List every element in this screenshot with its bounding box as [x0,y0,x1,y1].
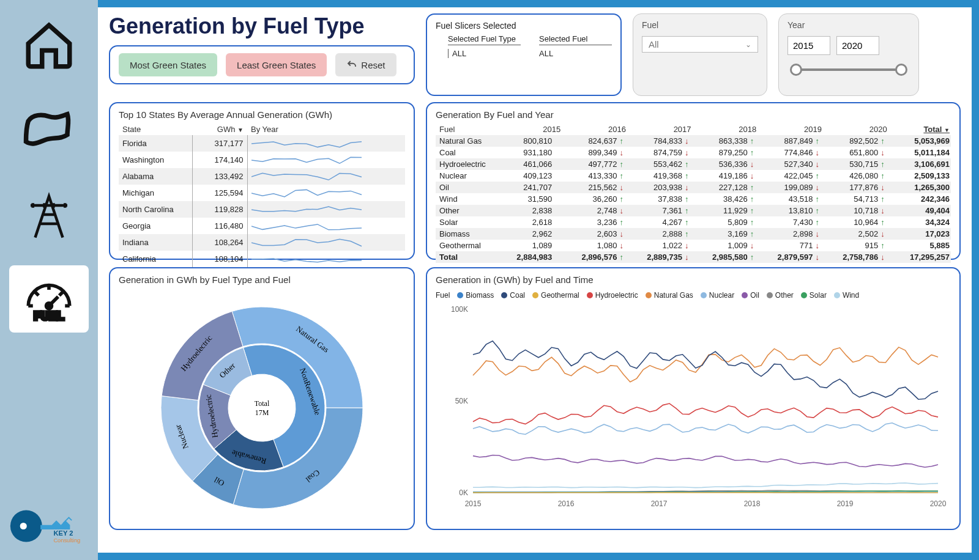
fuel-filter-label: Fuel [642,20,758,30]
legend-item[interactable]: Oil [742,291,759,300]
table-row[interactable]: North Carolina119,828 [119,201,405,218]
button-card: Most Green States Least Green States Res… [109,45,415,84]
legend-item[interactable]: Geothermal [532,291,579,300]
chevron-down-icon: ⌄ [745,40,751,49]
svg-text:2020: 2020 [930,499,947,508]
table-row[interactable]: Wind31,59036,260↑37,838↑38,426↑43,518↑54… [436,193,951,205]
donut-card: Generation in GWh by Fuel Type and Fuel … [109,267,415,530]
logo-key2: KEY 2 Consulting [9,506,89,548]
table-row[interactable]: Hydroelectric461,066497,772↑553,462↑536,… [436,158,951,170]
svg-point-0 [47,303,52,309]
svg-text:2016: 2016 [558,499,575,508]
top10-card: Top 10 States By Average Annual Generati… [109,102,415,260]
slicer-col2-val: ALL [539,49,612,58]
svg-text:0K: 0K [459,488,468,497]
fuel-year-title: Generation By Fuel and Year [436,109,951,120]
slicer-title: Fuel Slicers Selected [436,21,612,31]
year-range-slider[interactable] [792,64,905,76]
year-filter-card: Year [778,13,919,96]
year-to-input[interactable] [836,36,879,55]
most-green-button[interactable]: Most Green States [119,53,217,76]
table-row[interactable]: Alabama133,492 [119,168,405,185]
svg-point-15 [229,375,295,441]
table-row[interactable]: Georgia116,480 [119,218,405,234]
sidebar: FUEL KEY 2 Consulting [0,0,98,560]
svg-text:KEY 2: KEY 2 [53,529,73,537]
svg-point-3 [20,523,27,529]
table-row[interactable]: Washington174,140 [119,152,405,168]
line-chart: 100K50K0K201520162017201820192020 [436,303,951,511]
svg-text:17M: 17M [255,408,269,417]
line-title: Generation in (GWh) by Fuel and Time [436,274,951,285]
year-from-input[interactable] [787,36,830,55]
legend-item[interactable]: Solar [801,291,827,300]
legend-item[interactable]: Biomass [457,291,494,300]
svg-text:FUEL: FUEL [34,309,64,322]
svg-text:Consulting: Consulting [53,537,80,543]
nav-transmission[interactable] [9,181,89,248]
table-row[interactable]: Indiana108,264 [119,234,405,251]
table-row[interactable]: Michigan125,594 [119,185,405,201]
legend-item[interactable]: Coal [501,291,525,300]
table-row[interactable]: Biomass2,9622,603↓2,888↑3,169↑2,898↓2,50… [436,228,951,240]
legend-item[interactable]: Nuclear [701,291,734,300]
nav-map[interactable] [9,97,89,164]
svg-text:Total: Total [255,399,270,408]
legend-item[interactable]: Hydroelectric [587,291,638,300]
table-row[interactable]: Solar2,6183,236↑4,267↑5,809↑7,430↑10,964… [436,216,951,228]
range-handle-left[interactable] [790,64,802,76]
table-row[interactable]: California108,104 [119,251,405,267]
undo-icon [346,59,357,70]
year-filter-label: Year [787,20,910,30]
slicer-panel: Fuel Slicers Selected Selected Fuel Type… [426,13,622,96]
svg-text:50K: 50K [455,397,468,405]
donut-chart: Natural GasCoalOilNuclearHydroelectricNo… [119,289,405,521]
nav-fuel[interactable]: FUEL [9,265,89,333]
table-row[interactable]: Coal931,180899,349↓874,759↓879,250↑774,8… [436,147,951,158]
legend-item[interactable]: Other [767,291,794,300]
line-card: Generation in (GWh) by Fuel and Time Fue… [426,267,961,530]
nav-home[interactable] [9,12,89,79]
fuel-year-card: Generation By Fuel and Year Fuel20152016… [426,102,961,260]
main-content: Generation by Fuel Type Most Green State… [98,7,972,553]
fuel-filter-card: Fuel All ⌄ [633,13,767,96]
table-row[interactable]: Nuclear409,123413,330↑419,368↑419,186↓42… [436,170,951,182]
table-row[interactable]: Geothermal1,0891,080↓1,022↓1,009↓771↓915… [436,240,951,251]
top10-title: Top 10 States By Average Annual Generati… [119,109,405,120]
reset-button[interactable]: Reset [335,53,396,76]
legend-item[interactable]: Natural Gas [646,291,693,300]
range-handle-right[interactable] [895,64,907,76]
legend-item[interactable]: Wind [834,291,859,300]
svg-text:2019: 2019 [837,499,854,508]
slicer-col1-val: ALL [448,49,521,58]
svg-text:2015: 2015 [465,499,482,508]
svg-text:2018: 2018 [744,499,761,508]
fuel-dropdown[interactable]: All ⌄ [642,36,758,53]
slicer-col2-head: Selected Fuel [539,34,612,45]
svg-text:100K: 100K [451,305,468,314]
table-row[interactable]: Florida317,177 [119,135,405,152]
svg-text:2017: 2017 [651,499,668,508]
page-title: Generation by Fuel Type [109,13,415,39]
fuel-year-table: Fuel201520162017201820192020Total ▼Natur… [436,123,951,263]
least-green-button[interactable]: Least Green States [226,53,327,76]
slicer-col1-head: Selected Fuel Type [448,34,521,45]
line-legend: FuelBiomassCoalGeothermalHydroelectricNa… [436,289,951,303]
table-row[interactable]: Oil241,707215,562↓203,938↓227,128↑199,08… [436,182,951,193]
table-row[interactable]: Other2,8382,748↓7,361↑11,929↑13,810↑10,7… [436,205,951,216]
donut-title: Generation in GWh by Fuel Type and Fuel [119,274,405,285]
table-row[interactable]: Natural Gas800,810824,637↑784,833↓863,33… [436,135,951,147]
